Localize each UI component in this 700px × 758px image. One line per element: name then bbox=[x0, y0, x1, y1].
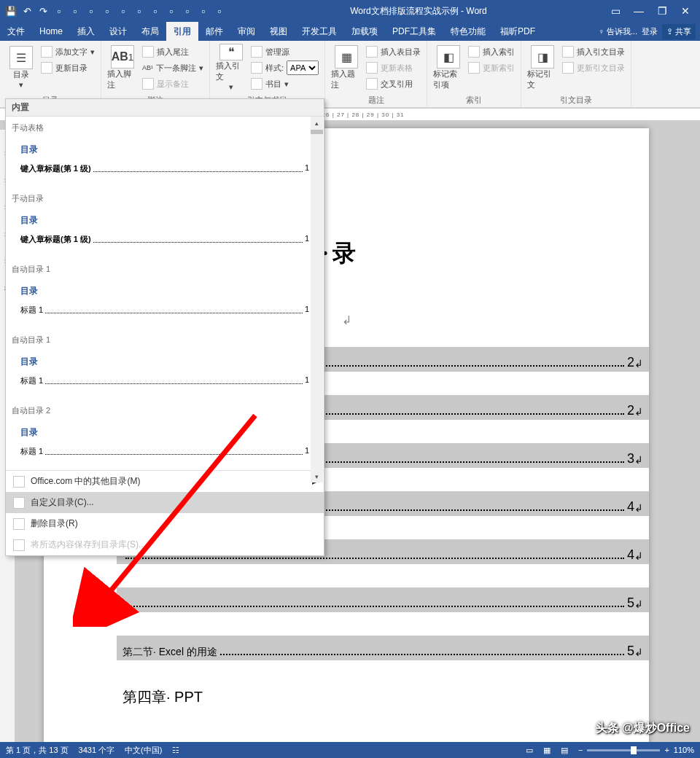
view-print-icon[interactable]: ▦ bbox=[543, 746, 551, 755]
status-page[interactable]: 第 1 页，共 13 页 bbox=[6, 745, 69, 756]
qat-icon[interactable]: ▫ bbox=[85, 4, 98, 17]
minimize-icon[interactable]: ― bbox=[630, 5, 648, 17]
tab-foxit[interactable]: 福昕PDF bbox=[493, 22, 542, 41]
status-words[interactable]: 3431 个字 bbox=[79, 745, 115, 756]
menu-scrollbar[interactable]: ▴ ▾ bbox=[311, 117, 323, 482]
menu-remove-toc[interactable]: 删除目录(R) bbox=[6, 513, 324, 534]
manage-sources-button[interactable]: 管理源 bbox=[251, 44, 319, 60]
qat-icon[interactable]: ▫ bbox=[181, 4, 194, 17]
insert-endnote-button[interactable]: 插入尾注 bbox=[142, 44, 203, 60]
menu-save-toc: 将所选内容保存到目录库(S)... bbox=[6, 534, 324, 555]
status-lang[interactable]: 中文(中国) bbox=[125, 745, 162, 756]
cross-reference-button[interactable]: 交叉引用 bbox=[366, 76, 421, 92]
group-citations: ❝插入引文▾ 管理源 样式: APA 书目 ▾ 引文与书目 bbox=[210, 41, 325, 107]
restore-icon[interactable]: ❐ bbox=[653, 5, 671, 17]
tab-mailings[interactable]: 邮件 bbox=[198, 22, 230, 41]
citation-style[interactable]: 样式: APA bbox=[251, 60, 319, 76]
tab-home[interactable]: Home bbox=[32, 22, 70, 41]
toc-gallery-item[interactable]: 目录 标题 11 bbox=[6, 278, 324, 329]
scroll-up-icon[interactable]: ▴ bbox=[311, 117, 323, 129]
update-table-button[interactable]: 更新表格 bbox=[366, 60, 421, 76]
menu-more-office[interactable]: Office.com 中的其他目录(M)▸ bbox=[6, 471, 324, 492]
next-footnote-button[interactable]: AB¹下一条脚注 ▾ bbox=[142, 60, 203, 76]
toc-button[interactable]: ☰ 目录▾ bbox=[6, 44, 36, 92]
toc-entry: 第二节· Excel 的用途5↲ bbox=[117, 636, 649, 660]
zoom-out-icon[interactable]: − bbox=[578, 746, 583, 754]
toc-gallery-item[interactable]: 目录 标题 11 bbox=[6, 419, 324, 470]
menu-custom-toc[interactable]: 自定义目录(C)... bbox=[6, 492, 324, 513]
qat-icon[interactable]: ▫ bbox=[133, 4, 146, 17]
tell-me[interactable]: ♀ 告诉我... bbox=[598, 26, 637, 37]
mark-entry-button[interactable]: ◧标记索引项 bbox=[433, 44, 464, 92]
close-icon[interactable]: ✕ bbox=[677, 5, 694, 17]
qat-icon[interactable]: ▫ bbox=[165, 4, 178, 17]
mark-citation-button[interactable]: ◨标记引文 bbox=[527, 44, 558, 92]
login-link[interactable]: 登录 bbox=[642, 26, 658, 37]
bibliography-button[interactable]: 书目 ▾ bbox=[251, 76, 319, 92]
group-footnotes: AB1 插入脚注 插入尾注 AB¹下一条脚注 ▾ 显示备注 脚注 bbox=[101, 41, 210, 107]
toc-dropdown-menu: 内置 手动表格 目录 键入章标题(第 1 级)1 手动目录 目录 键入章标题(第… bbox=[5, 98, 324, 556]
share-button[interactable]: ⇪ 共享 bbox=[662, 24, 696, 39]
group-toa: ◨标记引文 插入引文目录 更新引文目录 引文目录 bbox=[521, 41, 631, 107]
insert-caption-button[interactable]: ▦插入题注 bbox=[331, 44, 362, 92]
undo-icon[interactable]: ↶ bbox=[20, 4, 34, 17]
view-read-icon[interactable]: ▭ bbox=[526, 746, 533, 755]
qat-icon[interactable]: ▫ bbox=[69, 4, 82, 17]
tab-references[interactable]: 引用 bbox=[166, 22, 198, 41]
qat-icon[interactable]: ▫ bbox=[101, 4, 114, 17]
toc-gallery-item[interactable]: 目录 键入章标题(第 1 级)1 bbox=[6, 207, 324, 258]
toa-icon: ◨ bbox=[531, 45, 554, 69]
qat-icon[interactable]: ▫ bbox=[197, 4, 210, 17]
doc-icon bbox=[13, 497, 25, 509]
footnote-icon: AB1 bbox=[111, 45, 134, 69]
status-macro-icon[interactable]: ☷ bbox=[172, 746, 179, 755]
insert-footnote-button[interactable]: AB1 插入脚注 bbox=[107, 44, 138, 92]
insert-citation-button[interactable]: ❝插入引文▾ bbox=[216, 44, 246, 92]
quick-access-toolbar: 💾 ↶ ↷ ▫ ▫ ▫ ▫ ▫ ▫ ▫ ▫ ▫ ▫ ▫ bbox=[0, 4, 230, 17]
zoom-in-icon[interactable]: + bbox=[664, 746, 669, 754]
update-toc-button[interactable]: 更新目录 bbox=[41, 60, 95, 76]
tab-insert[interactable]: 插入 bbox=[70, 22, 102, 41]
tab-special[interactable]: 特色功能 bbox=[443, 22, 493, 41]
scroll-down-icon[interactable]: ▾ bbox=[311, 470, 323, 482]
menu-cat-auto1b: 自动目录 1 bbox=[6, 329, 324, 348]
group-toc: ☰ 目录▾ 添加文字 ▾ 更新目录 目录 bbox=[0, 41, 101, 107]
qat-icon[interactable]: ▫ bbox=[117, 4, 130, 17]
tab-view[interactable]: 视图 bbox=[262, 22, 295, 41]
toc-gallery-item[interactable]: 目录 标题 11 bbox=[6, 348, 324, 399]
zoom-level[interactable]: 110% bbox=[674, 746, 694, 754]
watermark: 头条 @爆炒Office bbox=[596, 721, 690, 736]
qat-icon[interactable]: ▫ bbox=[52, 4, 66, 17]
menu-cat-auto1: 自动目录 1 bbox=[6, 258, 324, 278]
index-icon: ◧ bbox=[437, 45, 460, 69]
insert-table-figures-button[interactable]: 插入表目录 bbox=[366, 44, 421, 60]
redo-icon[interactable]: ↷ bbox=[36, 4, 50, 17]
insert-index-button[interactable]: 插入索引 bbox=[468, 44, 515, 60]
tab-layout[interactable]: 布局 bbox=[134, 22, 166, 41]
view-web-icon[interactable]: ▤ bbox=[561, 746, 568, 755]
toc-gallery-item[interactable]: 目录 键入章标题(第 1 级)1 bbox=[6, 136, 324, 187]
save-gallery-icon bbox=[13, 539, 25, 551]
toc-entry: 5↲ bbox=[117, 587, 649, 612]
ribbon-options-icon[interactable]: ▭ bbox=[607, 5, 624, 17]
zoom-slider[interactable] bbox=[587, 749, 660, 751]
window-title: Word文档排版流程实战示例 - Word bbox=[230, 5, 607, 17]
insert-toa-button[interactable]: 插入引文目录 bbox=[562, 44, 625, 60]
add-text-button[interactable]: 添加文字 ▾ bbox=[41, 44, 95, 60]
tab-developer[interactable]: 开发工具 bbox=[295, 22, 344, 41]
save-icon[interactable]: 💾 bbox=[4, 4, 18, 17]
tab-file[interactable]: 文件 bbox=[0, 22, 32, 41]
qat-icon[interactable]: ▫ bbox=[149, 4, 162, 17]
tab-design[interactable]: 设计 bbox=[102, 22, 134, 41]
update-toa-button[interactable]: 更新引文目录 bbox=[562, 60, 625, 76]
qat-icon[interactable]: ▫ bbox=[213, 4, 226, 17]
group-index: ◧标记索引项 插入索引 更新索引 索引 bbox=[427, 41, 521, 107]
tab-pdf[interactable]: PDF工具集 bbox=[385, 22, 443, 41]
caption-icon: ▦ bbox=[335, 45, 358, 69]
status-bar: 第 1 页，共 13 页 3431 个字 中文(中国) ☷ ▭ ▦ ▤ − + … bbox=[0, 742, 700, 758]
show-notes-button[interactable]: 显示备注 bbox=[142, 76, 203, 92]
update-index-button[interactable]: 更新索引 bbox=[468, 60, 515, 76]
tab-review[interactable]: 审阅 bbox=[230, 22, 262, 41]
style-select[interactable]: APA bbox=[287, 60, 319, 75]
tab-addins[interactable]: 加载项 bbox=[344, 22, 385, 41]
